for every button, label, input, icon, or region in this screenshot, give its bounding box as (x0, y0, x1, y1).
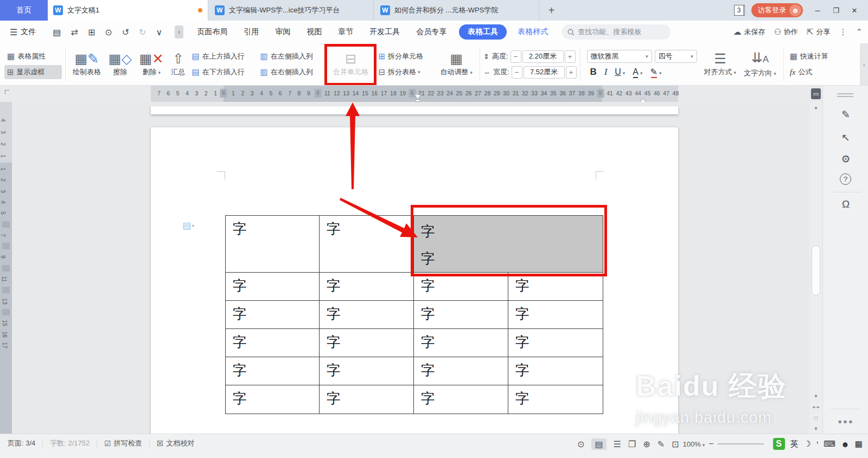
table-cell[interactable]: 字 (226, 385, 320, 414)
pen-mode-icon[interactable]: ✎ (658, 439, 665, 449)
print-icon[interactable]: ⊞ (88, 28, 95, 37)
panel-handle-icon[interactable] (837, 93, 853, 94)
close-button[interactable]: ✕ (846, 3, 863, 17)
draw-table-button[interactable]: ▦✎绘制表格 (69, 46, 105, 83)
select-browse-object-icon[interactable]: □ (809, 415, 822, 421)
collaborate-button[interactable]: ⚇协作 (774, 27, 797, 37)
width-value-field[interactable]: 7.52厘米 (524, 66, 565, 79)
height-plus-button[interactable]: + (565, 50, 576, 63)
table-row-marker[interactable] (2, 287, 10, 293)
table-cell[interactable]: 字 (508, 273, 603, 301)
table-cell[interactable]: 字 (508, 329, 603, 357)
more-commands-icon[interactable]: ∨ (156, 28, 163, 37)
highlight-button[interactable]: ✎▾ (647, 67, 665, 77)
table-cell[interactable]: 字 (414, 385, 508, 414)
tab-home[interactable]: 首页 (0, 0, 48, 21)
insert-col-left-button[interactable]: ▥在左侧插入列 (257, 49, 326, 63)
table-cell[interactable]: 字 (226, 357, 320, 385)
ime-person-icon[interactable]: ☻ (841, 440, 850, 449)
window-count-badge[interactable]: 3 (734, 5, 745, 16)
quick-calc-button[interactable]: ▦快速计算 (787, 49, 841, 63)
ribbon-tab-4[interactable]: 章节 (330, 27, 361, 37)
tab-web-2[interactable]: W 如何合并和拆分 ...元格-WPS学院 (373, 0, 539, 21)
table-cell[interactable]: 字 (226, 301, 320, 329)
split-cells-button[interactable]: ⊞拆分单元格 (375, 49, 436, 63)
table-cell[interactable]: 字 (414, 273, 508, 301)
eye-protect-icon[interactable]: ⊙ (577, 439, 584, 449)
settings-sliders-icon[interactable]: ⚙ (823, 153, 868, 165)
formula-button[interactable]: fx公式 (787, 65, 841, 79)
previous-page-icon[interactable]: ⏶⏶ (809, 404, 822, 410)
width-plus-button[interactable]: + (566, 66, 577, 79)
table-cell[interactable]: 字 (320, 273, 414, 301)
new-tab-button[interactable]: + (539, 0, 564, 21)
table-cell[interactable]: 字 (226, 329, 320, 357)
table-properties-button[interactable]: ▦表格属性 (4, 49, 62, 63)
insert-col-right-button[interactable]: ▥在右侧插入列 (257, 65, 326, 79)
ribbon-tab-1[interactable]: 引用 (235, 27, 267, 37)
minimize-button[interactable]: ─ (809, 3, 826, 17)
italic-button[interactable]: I (601, 67, 610, 77)
ribbon-tab-0[interactable]: 页面布局 (189, 27, 235, 37)
font-size-select[interactable]: 四号▾ (655, 50, 697, 63)
table-cell[interactable]: 字 (508, 357, 603, 385)
horizontal-ruler[interactable]: 7654321⠿123456789⠿111213141516171819⠿212… (12, 86, 809, 102)
underline-button[interactable]: U▾ (611, 67, 628, 77)
table-cell[interactable]: 字 (508, 301, 603, 329)
table-column-marker[interactable]: ⠿ (597, 89, 604, 98)
table-cell[interactable]: 字 (414, 357, 508, 385)
table-cell[interactable]: 字 (226, 273, 320, 301)
table-cell[interactable]: 字 (414, 301, 508, 329)
insert-row-above-button[interactable]: ▤在上方插入行 (189, 49, 257, 63)
undo-icon[interactable]: ↺ (122, 28, 129, 37)
table-column-marker[interactable]: ⠿ (220, 89, 227, 98)
insert-row-below-button[interactable]: ▤在下方插入行 (189, 65, 257, 79)
height-minus-button[interactable]: − (510, 50, 521, 63)
scroll-tabs-left-button[interactable]: ‹ (175, 25, 183, 38)
tab-document-active[interactable]: W 文字文稿1 (48, 0, 208, 21)
table-cell[interactable]: 字 (320, 301, 414, 329)
height-value-field[interactable]: 2.20厘米 (522, 50, 564, 63)
cloud-save-status[interactable]: ☁未保存 (733, 27, 765, 37)
save-icon[interactable]: ▤ (53, 28, 61, 37)
ribbon-scroll-right-button[interactable]: › (860, 43, 868, 85)
table-cell[interactable]: 字 (226, 216, 320, 273)
ime-moon-icon[interactable]: ☽ (804, 439, 811, 449)
zoom-level[interactable]: 100%▾ (682, 440, 705, 448)
table-row-marker[interactable] (2, 243, 10, 249)
page-view-icon[interactable]: ▤ (591, 438, 606, 450)
document-canvas[interactable]: ▤▾ 字字字字字字字字字字字字字字字字字字字字字字字字 Baidu 经验 jin… (12, 102, 809, 434)
zoom-out-icon[interactable]: − (709, 439, 713, 449)
scrollbar-thumb[interactable] (812, 246, 820, 295)
ime-keyboard-icon[interactable]: ⌨ (824, 439, 835, 449)
table-cell[interactable]: 字 (320, 357, 414, 385)
collapse-ribbon-icon[interactable]: ⌃ (856, 27, 863, 37)
file-menu[interactable]: 文件 (21, 27, 36, 37)
eraser-button[interactable]: ▦◇擦除 (105, 46, 136, 83)
indent-marker[interactable] (640, 96, 646, 102)
table-column-marker[interactable]: ⠿ (315, 89, 322, 98)
scroll-down-icon[interactable]: ▼ (809, 394, 822, 399)
table-cell[interactable]: 字 (320, 216, 414, 273)
table-paragraph-widget[interactable]: ▤▾ (182, 220, 194, 231)
word-count[interactable]: 字数: 2/1752 (43, 438, 97, 449)
table-cell[interactable]: 字 (508, 385, 603, 414)
help-icon[interactable]: ? (840, 173, 851, 185)
export-icon[interactable]: ⇄ (71, 28, 78, 37)
ribbon-tab-5[interactable]: 开发工具 (361, 27, 408, 37)
width-minus-button[interactable]: − (512, 66, 522, 79)
guest-login-button[interactable]: 访客登录 ☻ (751, 3, 803, 17)
ime-grid-icon[interactable]: ▦ (855, 439, 863, 449)
more-menu-icon[interactable]: ⋮ (839, 27, 847, 37)
proofread-button[interactable]: ☒文档校对 (150, 438, 202, 449)
ribbon-tab-2[interactable]: 审阅 (267, 27, 298, 37)
font-color-button[interactable]: A▾ (629, 67, 646, 77)
tab-web-1[interactable]: W 文字编辑-WPS学...ice技巧学习平台 (208, 0, 373, 21)
ribbon-tab-3[interactable]: 视图 (298, 27, 330, 37)
sogou-logo-icon[interactable]: S (773, 438, 785, 450)
summarize-button[interactable]: ⇧汇总 (167, 46, 189, 83)
tab-table-tools-active[interactable]: 表格工具 (459, 24, 507, 40)
ime-lang-toggle[interactable]: 英 (790, 439, 799, 449)
ribbon-tab-6[interactable]: 会员专享 (408, 27, 455, 37)
read-mode-icon[interactable]: ❐ (628, 439, 636, 449)
